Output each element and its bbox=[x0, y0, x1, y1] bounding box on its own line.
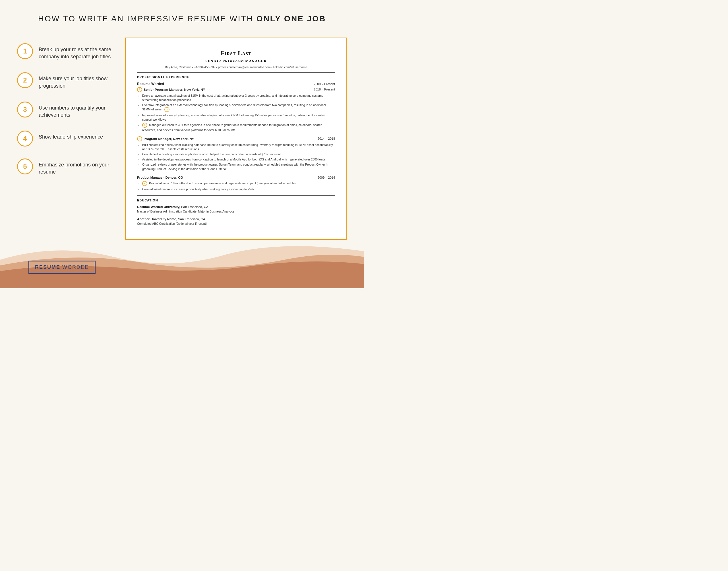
bullet-list-1: Drove an average annual savings of $15M … bbox=[142, 94, 335, 132]
badge-2: 2 bbox=[137, 136, 142, 141]
bullet-2-4: Organized reviews of user stories with t… bbox=[142, 162, 335, 171]
edu-block-2: Another University Name, San Francisco, … bbox=[137, 217, 335, 226]
job-block-3: Product Manager, Denver, CO 2009 – 2014 … bbox=[137, 175, 335, 192]
tip-item-4: 4 Show leadership experience bbox=[17, 131, 114, 146]
badge-4: 4 bbox=[142, 123, 147, 128]
brand-logo-text: RESUME WORDED bbox=[35, 264, 89, 270]
title-bold: ONLY ONE JOB bbox=[257, 14, 326, 23]
bullet-3-1: 5 Promoted within 18 months due to stron… bbox=[142, 181, 335, 186]
job-block-1: Resume Worded 2009 – Present 1 Senior Pr… bbox=[137, 81, 335, 132]
bullet-2-1: Built customized online Asset Tracking d… bbox=[142, 143, 335, 151]
bullet-3-2: Created Word macro to increase productiv… bbox=[142, 187, 335, 192]
tip-circle-1: 1 bbox=[17, 43, 33, 59]
job-header-1: Resume Worded 2009 – Present bbox=[137, 81, 335, 87]
badge-1: 1 bbox=[137, 87, 142, 92]
brand-bold: RESUME bbox=[35, 264, 60, 270]
brand-plain: WORDED bbox=[60, 264, 89, 270]
bottom-decoration: RESUME WORDED bbox=[0, 237, 364, 288]
job-block-2: 2 Program Manager, New York, NY 2014 – 2… bbox=[137, 136, 335, 171]
section-education-title: EDUCATION bbox=[137, 198, 335, 203]
section-experience-title: PROFESSIONAL EXPERIENCE bbox=[137, 75, 335, 80]
divider-experience bbox=[137, 72, 335, 73]
tip-circle-2: 2 bbox=[17, 72, 33, 88]
role-title-2: Program Manager, New York, NY bbox=[144, 136, 194, 141]
bullet-1-3: Improved sales efficiency by leading sus… bbox=[142, 113, 335, 122]
role-header-2: 2 Program Manager, New York, NY 2014 – 2… bbox=[137, 136, 335, 142]
header: HOW TO WRITE AN IMPRESSIVE RESUME WITH O… bbox=[0, 0, 364, 32]
brand-logo[interactable]: RESUME WORDED bbox=[28, 261, 96, 274]
bullet-1-1: Drove an average annual savings of $15M … bbox=[142, 94, 335, 102]
role-dates-1: 2018 – Present bbox=[314, 87, 335, 92]
page-title: HOW TO WRITE AN IMPRESSIVE RESUME WITH O… bbox=[17, 14, 347, 23]
tip-item-5: 5 Emphasize promotions on your resume bbox=[17, 158, 114, 176]
resume-name: First Last bbox=[137, 48, 335, 58]
company-name-1: Resume Worded bbox=[137, 81, 164, 87]
role-header-1: 1 Senior Program Manager, New York, NY 2… bbox=[137, 87, 335, 93]
title-plain: HOW TO WRITE AN IMPRESSIVE RESUME WITH bbox=[38, 14, 257, 23]
bullet-2-3: Assisted in the development process from… bbox=[142, 157, 335, 161]
main-content: 1 Break up your roles at the same compan… bbox=[0, 32, 364, 240]
role-title-with-badge: 1 Senior Program Manager, New York, NY bbox=[137, 87, 205, 93]
edu-desc-2: Completed ABC Certification [Optional ye… bbox=[137, 222, 335, 226]
company-dates-1: 2009 – Present bbox=[314, 82, 335, 87]
tip-text-2: Make sure your job titles show progressi… bbox=[39, 72, 114, 89]
divider-education bbox=[137, 196, 335, 196]
bullet-1-4: 4 Managed outreach to 30 State agencies … bbox=[142, 123, 335, 132]
resume-contact: Bay Area, California • +1-234-456-789 • … bbox=[137, 65, 335, 70]
role-dates-3: 2009 – 2014 bbox=[318, 175, 335, 180]
tip-circle-3: 3 bbox=[17, 102, 33, 117]
edu-name-1: Resume Worded University, San Francisco,… bbox=[137, 205, 335, 209]
edu-name-2: Another University Name, San Francisco, … bbox=[137, 217, 335, 222]
tip-text-5: Emphasize promotions on your resume bbox=[39, 158, 114, 176]
tip-text-1: Break up your roles at the same company … bbox=[39, 43, 114, 60]
tip-item-2: 2 Make sure your job titles show progres… bbox=[17, 72, 114, 89]
left-panel: 1 Break up your roles at the same compan… bbox=[17, 37, 114, 240]
bullet-2-2: Contributed to building 7 mobile applica… bbox=[142, 152, 335, 156]
tip-item-3: 3 Use numbers to quantify your achieveme… bbox=[17, 102, 114, 119]
badge-5: 5 bbox=[142, 181, 147, 186]
badge-3: 3 bbox=[164, 107, 169, 112]
bullet-list-2: Built customized online Asset Tracking d… bbox=[142, 143, 335, 171]
tip-circle-4: 4 bbox=[17, 131, 33, 146]
bullet-list-3: 5 Promoted within 18 months due to stron… bbox=[142, 181, 335, 192]
role-title-1: Senior Program Manager, New York, NY bbox=[144, 87, 205, 92]
bullet-1-2: Oversaw integration of an external techn… bbox=[142, 103, 335, 112]
resume-panel: First Last Senior Program Manager Bay Ar… bbox=[125, 37, 347, 240]
tip-circle-5: 5 bbox=[17, 158, 33, 175]
role-dates-2: 2014 – 2018 bbox=[318, 136, 335, 141]
edu-block-1: Resume Worded University, San Francisco,… bbox=[137, 205, 335, 214]
resume-title: Senior Program Manager bbox=[137, 58, 335, 64]
page-wrapper: HOW TO WRITE AN IMPRESSIVE RESUME WITH O… bbox=[0, 0, 364, 288]
edu-desc-1: Master of Business Administration Candid… bbox=[137, 209, 335, 214]
role-header-3: Product Manager, Denver, CO 2009 – 2014 bbox=[137, 175, 335, 180]
tip-text-3: Use numbers to quantify your achievement… bbox=[39, 102, 114, 119]
logo-container: RESUME WORDED bbox=[28, 249, 96, 274]
role-title-with-badge-2: 2 Program Manager, New York, NY bbox=[137, 136, 194, 142]
role-title-3: Product Manager, Denver, CO bbox=[137, 175, 183, 180]
tip-text-4: Show leadership experience bbox=[39, 131, 103, 140]
tip-item-1: 1 Break up your roles at the same compan… bbox=[17, 43, 114, 60]
